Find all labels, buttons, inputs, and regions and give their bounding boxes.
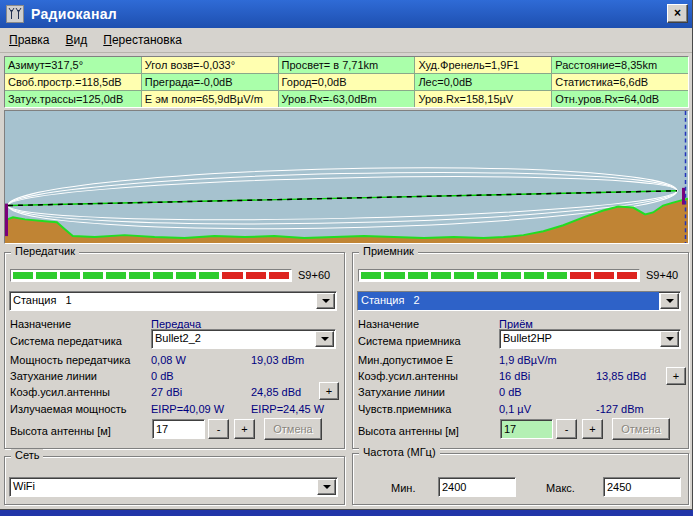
- menu-accel: П: [9, 33, 18, 47]
- meter-segment: [13, 272, 33, 279]
- meter-segment: [129, 272, 149, 279]
- meter-segment: [408, 272, 428, 279]
- rx-antenna-height-input[interactable]: [500, 419, 553, 439]
- frequency-group-title: Частота (МГц): [359, 446, 440, 458]
- frequency-min-input[interactable]: [438, 477, 516, 497]
- info-cell: Е эм поля=65,9dBµV/m: [142, 91, 278, 107]
- window-title: Радиоканал: [31, 6, 117, 22]
- antenna-icon: [8, 7, 22, 21]
- meter-segment: [431, 272, 451, 279]
- menu-accel: П: [103, 33, 112, 47]
- info-cell: Лес=0,0dB: [415, 74, 551, 90]
- triangle-glyph: [666, 299, 674, 303]
- info-cell: Просвет= в 7,71km: [279, 57, 415, 73]
- dropdown-arrow-icon[interactable]: [660, 293, 679, 309]
- meter-segment: [547, 272, 567, 279]
- triangle-glyph: [322, 299, 330, 303]
- meter-segment: [361, 272, 381, 279]
- tx-power-label: Мощность передатчика: [10, 354, 130, 366]
- tx-power-watts: 0,08 W: [151, 354, 186, 366]
- rx-antenna-gain-plus-button[interactable]: +: [666, 367, 686, 385]
- tx-antenna-gain-dbd: 24,85 dBd: [251, 386, 301, 398]
- transmitter-signal-label: S9+60: [298, 269, 330, 281]
- meter-segment: [153, 272, 173, 279]
- menu-label: равка: [18, 33, 50, 47]
- transmitter-system-combo[interactable]: Bullet2_2: [151, 329, 336, 349]
- tx-purpose-label: Назначение: [10, 318, 71, 330]
- transmitter-station-combo[interactable]: Станция 1: [9, 291, 337, 311]
- meter-segment: [384, 272, 404, 279]
- rx-purpose-label: Назначение: [358, 318, 419, 330]
- rx-line-loss-value: 0 dB: [499, 386, 522, 398]
- network-combo[interactable]: WiFi: [9, 477, 338, 497]
- frequency-max-label: Макс.: [546, 482, 575, 494]
- tx-erp-watts: EIRP=24,45 W: [251, 403, 324, 415]
- menu-item-edit[interactable]: Правка: [2, 30, 57, 50]
- meter-segment: [454, 272, 474, 279]
- rx-system-value: Bullet2HP: [500, 330, 659, 348]
- rx-sensitivity-uv: 0,1 µV: [499, 403, 531, 415]
- network-value: WiFi: [10, 478, 316, 496]
- rx-height-increase-button[interactable]: +: [582, 419, 603, 439]
- screen: Радиоканал × Правка Вид Перестановка Ази…: [0, 0, 693, 516]
- menu-label: ид: [74, 33, 88, 47]
- dropdown-arrow-icon[interactable]: [317, 479, 336, 495]
- meter-segment: [83, 272, 103, 279]
- rx-height-decrease-button[interactable]: -: [556, 419, 577, 439]
- info-cell: Угол возв=-0,033°: [142, 57, 278, 73]
- receiver-system-combo[interactable]: Bullet2HP: [499, 329, 681, 349]
- tx-power-dbm: 19,03 dBm: [251, 354, 304, 366]
- tx-eirp-watts: EIRP=40,09 W: [151, 403, 224, 415]
- dropdown-arrow-icon[interactable]: [660, 331, 679, 347]
- tx-antenna-height-input[interactable]: [152, 419, 205, 439]
- info-cell: Затух.трассы=125,0dB: [5, 91, 141, 107]
- rx-sensitivity-dbm: -127 dBm: [596, 403, 644, 415]
- close-button[interactable]: ×: [667, 4, 688, 23]
- menu-item-swap[interactable]: Перестановка: [96, 30, 189, 50]
- receiver-station-value: Станция 2: [358, 292, 659, 310]
- transmitter-group-title: Передатчик: [11, 245, 79, 257]
- rx-undo-button[interactable]: Отмена: [612, 418, 670, 440]
- menu-item-view[interactable]: Вид: [59, 30, 95, 50]
- info-cell: Худ.Френель=1,9F1: [415, 57, 551, 73]
- meter-segment: [60, 272, 80, 279]
- dropdown-arrow-icon[interactable]: [315, 331, 334, 347]
- receiver-signal-label: S9+40: [646, 269, 678, 281]
- triangle-glyph: [666, 337, 674, 341]
- receiver-station-combo[interactable]: Станция 2: [357, 291, 681, 311]
- rx-sensitivity-label: Чувств.приемника: [358, 403, 451, 415]
- meter-segment: [594, 272, 614, 279]
- info-cell: Расстояние=8,35km: [552, 57, 688, 73]
- dropdown-arrow-icon[interactable]: [316, 293, 335, 309]
- tx-height-decrease-button[interactable]: -: [208, 419, 229, 439]
- rx-min-field-label: Мин.допустимое Е: [358, 354, 453, 366]
- menu-accel: В: [66, 33, 74, 47]
- app-icon: [6, 5, 24, 23]
- tx-line-loss-label: Затухание линии: [10, 370, 97, 382]
- meter-segment: [199, 272, 219, 279]
- rx-system-label: Система приемника: [358, 335, 461, 347]
- info-cell: Преграда=-0,0dB: [142, 74, 278, 90]
- rx-line-loss-label: Затухание линии: [358, 386, 445, 398]
- info-cell: Статистика=6,6dB: [552, 74, 688, 90]
- frequency-max-input[interactable]: [603, 477, 681, 497]
- transmitter-group: Передатчик S9+60 Станция 1 Назначение Пе…: [4, 252, 345, 449]
- network-group: Сеть WiFi: [4, 456, 345, 505]
- meter-segment: [269, 272, 289, 279]
- tx-antenna-gain-plus-button[interactable]: +: [319, 382, 339, 400]
- tx-antenna-gain-dbi: 27 dBi: [151, 386, 182, 398]
- meter-segment: [570, 272, 590, 279]
- tx-system-label: Система передатчика: [10, 335, 122, 347]
- tx-height-increase-button[interactable]: +: [234, 419, 255, 439]
- network-group-title: Сеть: [11, 449, 43, 461]
- radio-link-window: Радиоканал × Правка Вид Перестановка Ази…: [0, 0, 693, 510]
- receiver-group-title: Приемник: [359, 245, 418, 257]
- rx-antenna-gain-dbd: 13,85 dBd: [596, 370, 646, 382]
- meter-segment: [501, 272, 521, 279]
- info-cell: Азимут=317,5°: [5, 57, 141, 73]
- terrain-profile-chart[interactable]: [4, 110, 689, 244]
- meter-segment: [246, 272, 266, 279]
- meter-segment: [176, 272, 196, 279]
- tx-undo-button[interactable]: Отмена: [264, 418, 322, 440]
- titlebar[interactable]: Радиоканал ×: [0, 0, 692, 28]
